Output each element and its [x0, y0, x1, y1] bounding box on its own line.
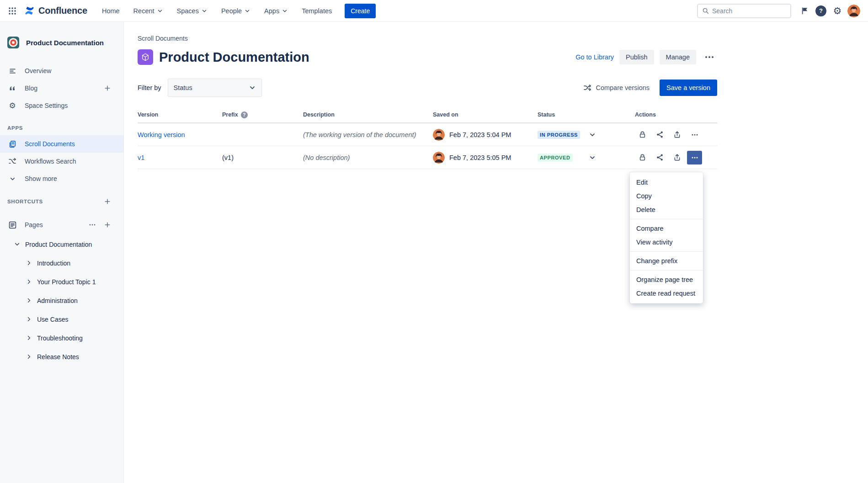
row-more-button-active[interactable]: [687, 151, 702, 165]
status-dropdown-chevron[interactable]: [589, 154, 596, 161]
share-button[interactable]: [652, 128, 667, 142]
version-link[interactable]: Working version: [138, 131, 185, 138]
create-button[interactable]: Create: [345, 4, 376, 18]
col-version: Version: [138, 111, 222, 118]
shortcuts-section-header: SHORTCUTS: [0, 187, 123, 209]
sidebar-item-blog[interactable]: Blog: [0, 80, 123, 97]
chevron-right-icon[interactable]: [26, 260, 32, 266]
export-button[interactable]: [670, 151, 685, 165]
confluence-wordmark: Confluence: [38, 5, 87, 16]
add-blog-button[interactable]: [104, 85, 111, 91]
table-row: v1 (v1) (No description) Feb 7, 2023 5:0…: [138, 146, 717, 169]
help-button[interactable]: ?: [813, 3, 829, 19]
notification-flag-icon: [801, 7, 809, 15]
confluence-logo[interactable]: Confluence: [24, 5, 87, 16]
prefix-help-icon[interactable]: ?: [241, 111, 248, 118]
page-header-actions: Go to Library Publish Manage: [575, 49, 717, 65]
status-cell: APPROVED: [538, 154, 635, 162]
page-tree-item-introduction[interactable]: Introduction: [0, 254, 123, 272]
lock-button[interactable]: [635, 128, 650, 142]
main-content: Scroll Documents Product Documentation G…: [124, 22, 868, 483]
status-dropdown-chevron[interactable]: [589, 131, 596, 138]
col-saved-on: Saved on: [433, 111, 538, 118]
menu-item-change-prefix[interactable]: Change prefix: [630, 254, 703, 268]
ellipsis-icon: [691, 131, 698, 138]
app-switcher-button[interactable]: [5, 3, 20, 19]
menu-item-delete[interactable]: Delete: [630, 203, 703, 217]
page-tree-item-troubleshooting[interactable]: Troubleshooting: [0, 329, 123, 347]
chevron-right-icon[interactable]: [26, 316, 32, 323]
document-cube-icon: [138, 49, 153, 65]
add-shortcut-button[interactable]: [104, 198, 111, 205]
publish-button[interactable]: Publish: [619, 50, 654, 64]
page-more-button[interactable]: [702, 49, 717, 65]
export-button[interactable]: [670, 128, 685, 142]
sidebar-item-workflows-search[interactable]: Workflows Search: [0, 153, 123, 170]
menu-item-view-activity[interactable]: View activity: [630, 235, 703, 249]
actions-cell: [635, 151, 717, 165]
menu-item-copy[interactable]: Copy: [630, 189, 703, 203]
manage-button[interactable]: Manage: [660, 50, 696, 64]
status-filter-select[interactable]: Status: [168, 79, 262, 97]
page-tree-item-use-cases[interactable]: Use Cases: [0, 310, 123, 329]
table-header-row: Version Prefix ? Description Saved on St…: [138, 107, 717, 123]
share-icon: [656, 131, 664, 138]
sidebar-item-scroll-documents[interactable]: Scroll Documents: [0, 135, 123, 153]
go-to-library-link[interactable]: Go to Library: [575, 53, 614, 61]
chevron-down-icon: [282, 8, 288, 14]
nav-apps[interactable]: Apps: [258, 3, 294, 19]
menu-item-organize-page-tree[interactable]: Organize page tree: [630, 273, 703, 287]
page-tree-item-your-product-topic-1[interactable]: Your Product Topic 1: [0, 272, 123, 291]
nav-recent[interactable]: Recent: [127, 3, 170, 19]
sidebar-item-show-more[interactable]: Show more: [0, 170, 123, 187]
app-body: Product Documentation Overview Blog ⚙ Sp…: [0, 22, 868, 483]
add-page-button[interactable]: [104, 222, 111, 228]
profile-button[interactable]: [846, 3, 862, 19]
actions-cell: [635, 128, 717, 142]
menu-item-create-read-request[interactable]: Create read request: [630, 287, 703, 300]
filter-label: Filter by: [138, 84, 161, 91]
share-button[interactable]: [652, 151, 667, 165]
notifications-button[interactable]: [797, 3, 812, 19]
chevron-right-icon[interactable]: [26, 353, 32, 360]
page-tree-item-administration[interactable]: Administration: [0, 291, 123, 310]
scroll-documents-icon: [7, 140, 17, 148]
page-tree-item-release-notes[interactable]: Release Notes: [0, 347, 123, 366]
nav-templates[interactable]: Templates: [295, 3, 338, 19]
sidebar-item-overview[interactable]: Overview: [0, 62, 123, 80]
chevron-down-icon[interactable]: [14, 241, 21, 248]
sidebar-item-pages[interactable]: Pages: [0, 215, 123, 235]
pages-more-button[interactable]: [89, 221, 96, 228]
nav-people[interactable]: People: [215, 3, 257, 19]
ellipsis-icon: [691, 154, 698, 161]
global-search[interactable]: [697, 4, 791, 18]
nav-spaces[interactable]: Spaces: [170, 3, 214, 19]
compare-versions-button[interactable]: Compare versions: [583, 84, 650, 92]
row-more-button[interactable]: [687, 128, 702, 142]
search-input[interactable]: [712, 7, 786, 15]
menu-item-edit[interactable]: Edit: [630, 175, 703, 189]
version-link[interactable]: v1: [138, 154, 144, 161]
status-cell: IN PROGRESS: [538, 131, 635, 139]
user-avatar: [433, 129, 445, 141]
chevron-down-icon: [249, 84, 256, 91]
chevron-right-icon[interactable]: [26, 334, 32, 341]
space-logo-icon: [7, 37, 19, 48]
user-avatar: [433, 152, 445, 164]
space-header[interactable]: Product Documentation: [0, 37, 123, 48]
pages-icon: [7, 221, 17, 229]
settings-button[interactable]: ⚙: [830, 3, 845, 19]
top-navigation-bar: Confluence Home Recent Spaces People App…: [0, 0, 868, 22]
menu-group-edit: Edit Copy Delete: [630, 173, 703, 219]
col-description: Description: [303, 111, 433, 118]
nav-home[interactable]: Home: [96, 3, 126, 19]
chevron-right-icon[interactable]: [26, 278, 32, 285]
lock-button[interactable]: [635, 151, 650, 165]
chevron-right-icon[interactable]: [26, 297, 32, 304]
menu-item-compare[interactable]: Compare: [630, 222, 703, 235]
save-a-version-button[interactable]: Save a version: [660, 80, 717, 96]
page-tree-root[interactable]: Product Documentation: [0, 235, 123, 254]
quote-icon: [7, 85, 17, 92]
breadcrumb[interactable]: Scroll Documents: [138, 35, 188, 42]
sidebar-item-space-settings[interactable]: ⚙ Space Settings: [0, 97, 123, 114]
